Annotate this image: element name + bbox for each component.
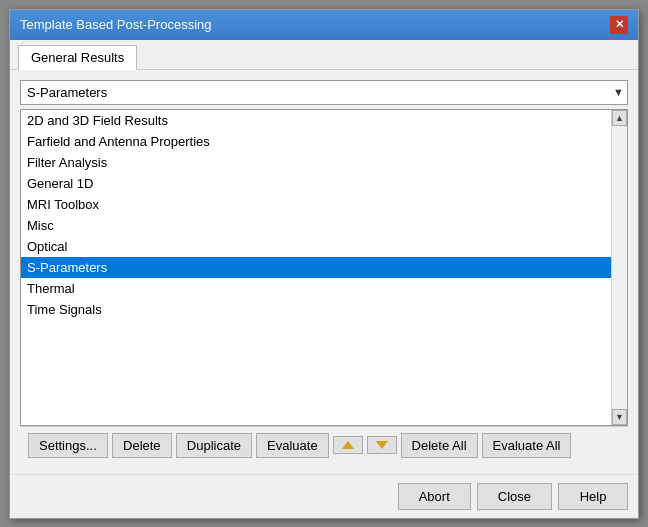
title-bar: Template Based Post-Processing ✕	[10, 10, 638, 40]
list-item[interactable]: Filter Analysis	[21, 152, 611, 173]
list-item[interactable]: Farfield and Antenna Properties	[21, 131, 611, 152]
content-area: S-Parameters 2D and 3D Field Results Far…	[10, 70, 638, 474]
dialog-title: Template Based Post-Processing	[20, 17, 211, 32]
abort-button[interactable]: Abort	[398, 483, 471, 510]
scroll-down-button[interactable]: ▼	[612, 409, 627, 425]
evaluate-button[interactable]: Evaluate	[256, 433, 329, 458]
delete-all-button[interactable]: Delete All	[401, 433, 478, 458]
help-button[interactable]: Help	[558, 483, 628, 510]
list-item[interactable]: 2D and 3D Field Results	[21, 110, 611, 131]
evaluate-all-button[interactable]: Evaluate All	[482, 433, 572, 458]
tab-general-results[interactable]: General Results	[18, 45, 137, 70]
scroll-up-button[interactable]: ▲	[612, 110, 627, 126]
toolbar: Settings... Delete Duplicate Evaluate De…	[20, 426, 628, 464]
list-inner[interactable]: 2D and 3D Field Results Farfield and Ant…	[21, 110, 611, 425]
list-item[interactable]: Misc	[21, 215, 611, 236]
scrollbar: ▲ ▼	[611, 110, 627, 425]
list-item[interactable]: General 1D	[21, 173, 611, 194]
list-item[interactable]: MRI Toolbox	[21, 194, 611, 215]
arrow-down-icon	[376, 441, 388, 449]
dropdown-container: S-Parameters 2D and 3D Field Results Far…	[20, 80, 628, 105]
close-button[interactable]: Close	[477, 483, 552, 510]
list-item[interactable]: Thermal	[21, 278, 611, 299]
settings-button[interactable]: Settings...	[28, 433, 108, 458]
list-item-selected[interactable]: S-Parameters	[21, 257, 611, 278]
footer-buttons: Abort Close Help	[10, 474, 638, 518]
list-container: 2D and 3D Field Results Farfield and Ant…	[20, 109, 628, 426]
delete-button[interactable]: Delete	[112, 433, 172, 458]
scroll-track	[612, 126, 627, 409]
close-icon[interactable]: ✕	[610, 16, 628, 34]
move-up-button[interactable]	[333, 436, 363, 454]
dialog: Template Based Post-Processing ✕ General…	[9, 9, 639, 519]
list-item[interactable]: Optical	[21, 236, 611, 257]
move-down-button[interactable]	[367, 436, 397, 454]
arrow-up-icon	[342, 441, 354, 449]
category-dropdown[interactable]: S-Parameters 2D and 3D Field Results Far…	[20, 80, 628, 105]
tab-bar: General Results	[10, 40, 638, 70]
list-item[interactable]: Time Signals	[21, 299, 611, 320]
duplicate-button[interactable]: Duplicate	[176, 433, 252, 458]
